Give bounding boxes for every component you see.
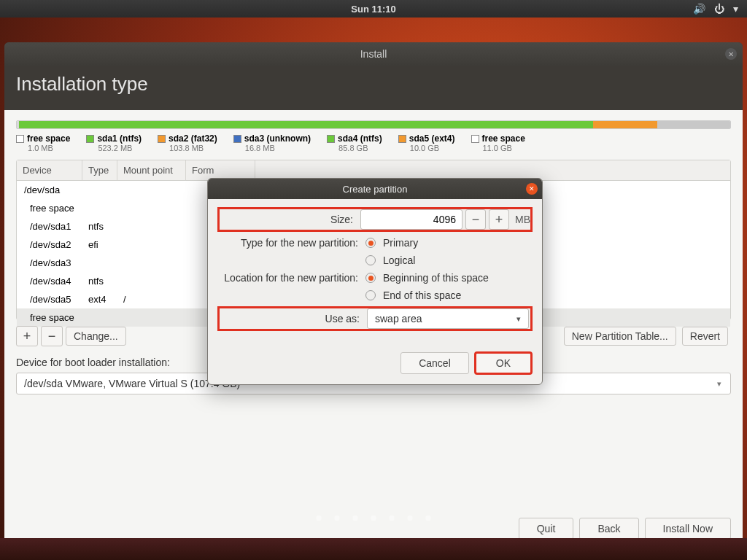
clock: Sun 11:10: [351, 4, 395, 15]
partition-bar: [16, 120, 731, 129]
size-label: Size:: [220, 214, 360, 225]
add-partition-button[interactable]: +: [16, 326, 38, 346]
install-titlebar: Install ✕: [4, 42, 743, 66]
revert-button[interactable]: Revert: [682, 327, 728, 346]
location-label: Location for the new partition:: [218, 272, 365, 284]
beginning-radio[interactable]: [365, 273, 376, 283]
top-menubar: Sun 11:10 🔊 ⏻ ▾: [0, 0, 747, 18]
size-increment-button[interactable]: +: [489, 209, 509, 230]
chevron-down-icon[interactable]: ▾: [733, 3, 738, 15]
install-now-button[interactable]: Install Now: [645, 518, 731, 540]
primary-radio[interactable]: [365, 238, 376, 248]
end-radio[interactable]: [365, 290, 376, 300]
bottom-strip: [0, 538, 747, 560]
end-radio-label: End of this space: [383, 289, 461, 301]
useas-row: Use as: swap area: [218, 307, 532, 330]
create-partition-dialog: Create partition ✕ Size: − + MB Type for…: [207, 178, 543, 385]
power-icon[interactable]: ⏻: [714, 3, 724, 15]
useas-select[interactable]: swap area: [367, 308, 529, 329]
size-input[interactable]: [360, 209, 462, 230]
ok-button[interactable]: OK: [475, 352, 532, 374]
dialog-titlebar: Create partition ✕: [208, 179, 542, 199]
dialog-title: Create partition: [343, 184, 408, 195]
size-unit: MB: [515, 214, 530, 225]
cancel-button[interactable]: Cancel: [400, 352, 469, 374]
page-title: Installation type: [4, 66, 743, 110]
system-indicators[interactable]: 🔊 ⏻ ▾: [693, 3, 738, 15]
type-label: Type for the new partition:: [218, 237, 365, 249]
install-window-title: Install: [360, 48, 387, 60]
logical-radio-label: Logical: [383, 254, 415, 266]
new-partition-table-button[interactable]: New Partition Table...: [564, 327, 676, 346]
size-row: Size: − + MB: [218, 208, 532, 231]
quit-button[interactable]: Quit: [519, 518, 574, 540]
back-button[interactable]: Back: [579, 518, 638, 540]
change-partition-button[interactable]: Change...: [66, 327, 126, 346]
logical-radio[interactable]: [365, 255, 376, 265]
size-decrement-button[interactable]: −: [465, 209, 486, 230]
primary-radio-label: Primary: [383, 237, 418, 249]
install-footer-buttons: Quit Back Install Now: [16, 503, 731, 540]
close-icon[interactable]: ✕: [526, 183, 538, 195]
beginning-radio-label: Beginning of this space: [383, 272, 489, 284]
partition-legend: free space1.0 MB sda1 (ntfs)523.2 MB sda…: [16, 133, 731, 152]
close-icon[interactable]: ✕: [725, 48, 737, 60]
useas-label: Use as:: [220, 313, 367, 324]
volume-icon[interactable]: 🔊: [693, 3, 705, 15]
page-dots: [317, 516, 431, 521]
remove-partition-button[interactable]: −: [41, 326, 63, 346]
